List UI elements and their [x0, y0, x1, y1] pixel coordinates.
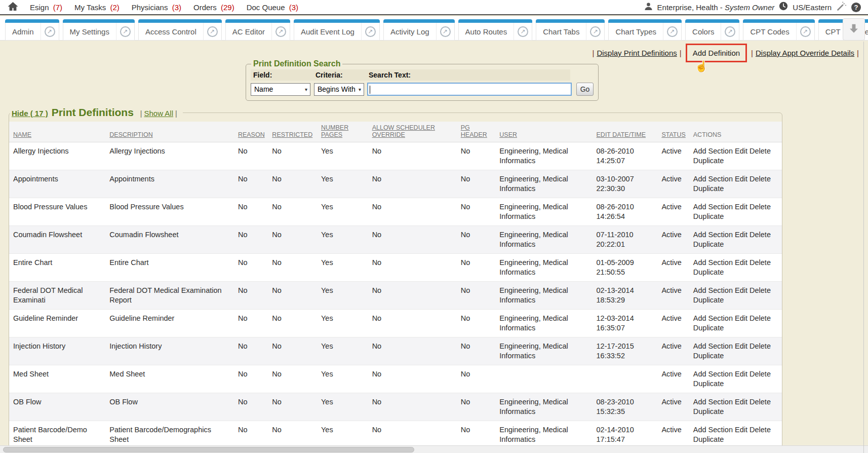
tab-admin[interactable]: Admin ↗ — [5, 19, 59, 41]
action-add-section[interactable]: Add Section — [693, 426, 733, 434]
action-delete[interactable]: Delete — [749, 342, 771, 350]
action-edit[interactable]: Edit — [735, 203, 747, 211]
open-in-new-window-icon[interactable]: ↗ — [275, 26, 286, 37]
action-edit[interactable]: Edit — [735, 398, 747, 406]
tab-ac-editor[interactable]: AC Editor ↗ — [225, 19, 290, 41]
action-duplicate[interactable]: Duplicate — [693, 407, 724, 416]
field-label: Field: — [253, 71, 315, 79]
action-add-section[interactable]: Add Section — [693, 342, 733, 350]
action-edit[interactable]: Edit — [735, 258, 747, 267]
open-in-new-window-icon[interactable]: ↗ — [667, 26, 678, 37]
action-delete[interactable]: Delete — [749, 286, 771, 294]
action-delete[interactable]: Delete — [749, 398, 771, 406]
cell-user: Engineering, Medical Informatics — [497, 310, 594, 337]
action-delete[interactable]: Delete — [749, 426, 771, 434]
open-in-new-window-icon[interactable]: ↗ — [120, 26, 131, 37]
action-duplicate[interactable]: Duplicate — [693, 157, 724, 165]
horizontal-scrollbar-thumb[interactable] — [3, 447, 414, 452]
open-in-new-window-icon[interactable]: ↗ — [365, 26, 376, 37]
print-definitions-header: Hide ( 17 ) Print Definitions | Show All… — [10, 106, 183, 119]
tab-colors[interactable]: Colors ↗ — [685, 19, 739, 41]
add-definition-link[interactable]: Add Definition — [686, 44, 747, 62]
action-add-section[interactable]: Add Section — [693, 147, 733, 155]
action-add-section[interactable]: Add Section — [693, 203, 733, 211]
display-appt-override-details-link[interactable]: Display Appt Override Details — [756, 49, 854, 57]
top-nav-item-doc-queue[interactable]: Doc Queue (3) — [247, 3, 298, 12]
action-delete[interactable]: Delete — [749, 203, 771, 211]
action-duplicate[interactable]: Duplicate — [693, 380, 724, 388]
tab-cpt-codes[interactable]: CPT Codes ↗ — [743, 19, 814, 41]
open-in-new-window-icon[interactable]: ↗ — [518, 26, 528, 37]
open-in-new-window-icon[interactable]: ↗ — [207, 26, 218, 37]
wand-icon[interactable] — [836, 1, 847, 13]
action-delete[interactable]: Delete — [749, 258, 771, 267]
open-in-new-window-icon[interactable]: ↗ — [725, 26, 735, 37]
tab-chart-types[interactable]: Chart Types ↗ — [608, 19, 682, 41]
search-text-input[interactable] — [367, 83, 572, 96]
tab-activity-log[interactable]: Activity Log ↗ — [383, 19, 455, 41]
column-header-number-pages[interactable]: NUMBER PAGES — [319, 122, 370, 142]
action-add-section[interactable]: Add Section — [693, 231, 733, 239]
action-add-section[interactable]: Add Section — [693, 314, 733, 322]
action-add-section[interactable]: Add Section — [693, 175, 733, 183]
action-edit[interactable]: Edit — [735, 175, 747, 183]
show-all-link[interactable]: Show All — [144, 109, 174, 118]
column-header-reason[interactable]: REASON — [236, 122, 270, 142]
column-header-status[interactable]: STATUS — [659, 122, 691, 142]
open-in-new-window-icon[interactable]: ↗ — [45, 26, 55, 37]
action-edit[interactable]: Edit — [735, 342, 747, 350]
column-header-description[interactable]: DESCRIPTION — [107, 122, 236, 142]
action-duplicate[interactable]: Duplicate — [693, 435, 724, 443]
action-duplicate[interactable]: Duplicate — [693, 324, 724, 332]
home-button[interactable] — [7, 1, 19, 14]
top-nav-item-physicians[interactable]: Physicians (3) — [132, 3, 181, 12]
hide-link[interactable]: Hide ( 17 ) — [12, 109, 48, 118]
tab-audit-event-log[interactable]: Audit Event Log ↗ — [294, 19, 380, 41]
column-header-pg-header[interactable]: PG HEADER — [459, 122, 498, 142]
field-select[interactable]: Name ▾ — [251, 83, 310, 96]
action-edit[interactable]: Edit — [735, 426, 747, 434]
tab-access-control[interactable]: Access Control ↗ — [138, 19, 222, 41]
tab-chart-tabs[interactable]: Chart Tabs ↗ — [536, 19, 605, 41]
action-duplicate[interactable]: Duplicate — [693, 184, 724, 193]
action-delete[interactable]: Delete — [749, 314, 771, 322]
top-nav-item-my-tasks[interactable]: My Tasks (2) — [74, 3, 120, 12]
action-delete[interactable]: Delete — [749, 370, 771, 378]
action-add-section[interactable]: Add Section — [693, 286, 733, 294]
column-header-user[interactable]: USER — [497, 122, 594, 142]
open-in-new-window-icon[interactable]: ↗ — [800, 26, 811, 37]
action-duplicate[interactable]: Duplicate — [693, 352, 724, 360]
action-duplicate[interactable]: Duplicate — [693, 212, 724, 220]
action-duplicate[interactable]: Duplicate — [693, 296, 724, 304]
top-nav-item-orders[interactable]: Orders (29) — [193, 3, 234, 12]
open-in-new-window-icon[interactable]: ↗ — [440, 26, 451, 37]
tab-my-settings[interactable]: My Settings ↗ — [63, 19, 135, 41]
tab-auto-routes[interactable]: Auto Routes ↗ — [458, 19, 533, 41]
open-in-new-window-icon[interactable]: ↗ — [590, 26, 601, 37]
action-edit[interactable]: Edit — [735, 286, 747, 294]
horizontal-scrollbar-track[interactable] — [0, 445, 868, 453]
display-print-definitions-link[interactable]: Display Print Definitions — [597, 49, 677, 57]
help-icon[interactable]: ? — [851, 3, 861, 12]
go-button[interactable]: Go — [576, 83, 594, 96]
action-add-section[interactable]: Add Section — [693, 398, 733, 406]
action-duplicate[interactable]: Duplicate — [693, 268, 724, 276]
column-header-name[interactable]: NAME — [9, 122, 107, 142]
action-delete[interactable]: Delete — [749, 147, 771, 155]
action-delete[interactable]: Delete — [749, 231, 771, 239]
action-edit[interactable]: Edit — [735, 231, 747, 239]
action-add-section[interactable]: Add Section — [693, 258, 733, 267]
action-add-section[interactable]: Add Section — [693, 370, 733, 378]
action-duplicate[interactable]: Duplicate — [693, 240, 724, 248]
action-edit[interactable]: Edit — [735, 147, 747, 155]
column-header-allow-scheduler-override[interactable]: ALLOW SCHEDULER OVERRIDE — [370, 122, 459, 142]
action-edit[interactable]: Edit — [735, 314, 747, 322]
top-nav-item-esign[interactable]: Esign (7) — [30, 3, 62, 12]
column-header-edit-date-time[interactable]: EDIT DATE/TIME — [595, 122, 660, 142]
tabs-overflow-button[interactable] — [843, 18, 865, 41]
column-header-restricted[interactable]: RESTRICTED — [270, 122, 319, 142]
action-edit[interactable]: Edit — [735, 370, 747, 378]
criteria-select[interactable]: Begins With ▾ — [314, 83, 364, 96]
definition-actions-row: | Display Print Definitions | Add Defini… — [589, 44, 861, 62]
action-delete[interactable]: Delete — [749, 175, 771, 183]
